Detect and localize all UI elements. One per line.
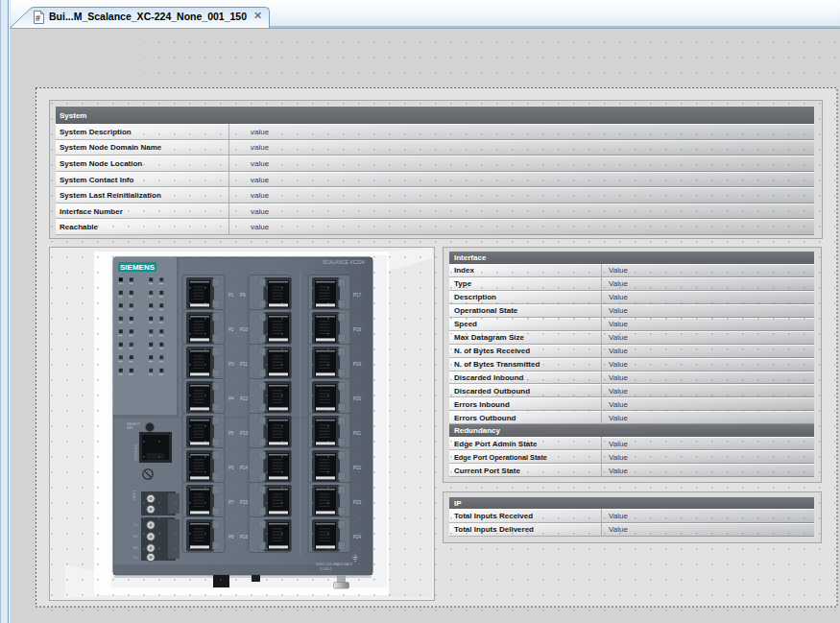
svg-text:P15: P15: [240, 500, 249, 505]
svg-text:P23: P23: [353, 500, 362, 505]
svg-text:P17: P17: [353, 293, 362, 298]
svg-text:#: #: [36, 13, 40, 23]
svg-text:CONSOLE: CONSOLE: [134, 443, 138, 461]
svg-text:P12: P12: [240, 396, 249, 401]
svg-text:P11: P11: [240, 362, 248, 367]
svg-text:P14: P14: [240, 466, 249, 470]
svg-text:P20: P20: [353, 396, 362, 401]
svg-text:P1: P1: [228, 293, 234, 298]
svg-text:P3: P3: [228, 362, 234, 367]
svg-text:X-204-2: X-204-2: [320, 567, 332, 571]
svg-text:6GK5 224-0BA00-2AC2: 6GK5 224-0BA00-2AC2: [316, 563, 352, 566]
svg-text:P6: P6: [228, 466, 234, 470]
svg-text:P18: P18: [353, 327, 362, 332]
svg-text:P10: P10: [240, 327, 249, 332]
svg-text:P21: P21: [353, 431, 362, 436]
svg-text:P13: P13: [240, 431, 249, 436]
svg-text:M2: M2: [133, 546, 138, 550]
svg-text:P4: P4: [228, 396, 234, 401]
svg-text:P24: P24: [353, 535, 362, 539]
svg-text:P8: P8: [228, 535, 234, 539]
svg-text:L2+: L2+: [133, 556, 139, 560]
svg-text:SIEMENS: SIEMENS: [120, 264, 155, 271]
svg-text:L1+: L1+: [133, 523, 139, 527]
svg-text:P5: P5: [228, 431, 234, 436]
svg-text:P7: P7: [228, 500, 234, 505]
svg-text:SET: SET: [127, 426, 134, 430]
svg-text:P19: P19: [353, 362, 362, 367]
svg-text:SCALANCE XC224: SCALANCE XC224: [323, 259, 365, 265]
svg-text:FAULT: FAULT: [132, 491, 136, 500]
svg-text:P16: P16: [240, 535, 249, 539]
svg-text:P2: P2: [228, 327, 234, 332]
svg-text:P9: P9: [240, 293, 246, 298]
svg-text:M1: M1: [133, 535, 138, 539]
svg-text:P22: P22: [353, 466, 362, 470]
